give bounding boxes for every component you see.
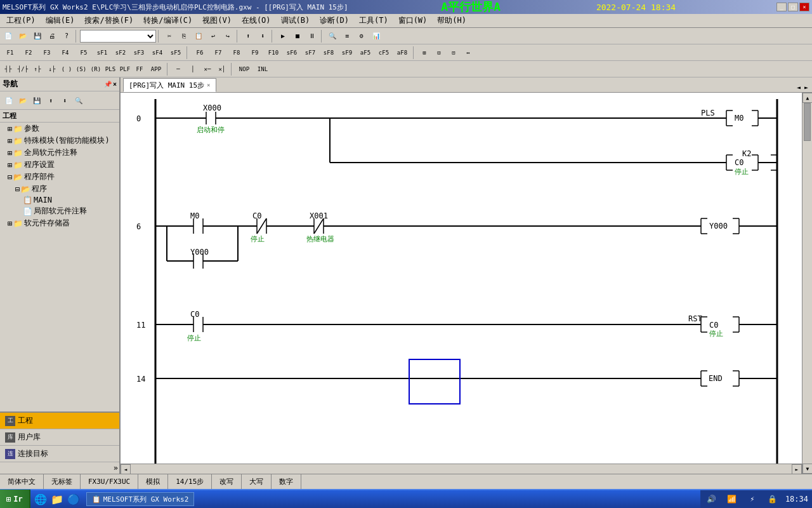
tb-ld-nc[interactable]: ┤/├ <box>16 62 30 76</box>
tree-item-program[interactable]: ⊟ 📂 程序 <box>0 183 119 195</box>
tb-f8[interactable]: F8 <box>228 46 246 60</box>
tb-af2[interactable]: cF5 <box>375 46 393 60</box>
menu-project[interactable]: 工程(P) <box>1 14 41 27</box>
sidebar-tb-open[interactable]: 📂 <box>16 94 29 107</box>
tb-extra3[interactable]: ⊡ <box>447 46 461 60</box>
scroll-left-btn[interactable]: ◄ <box>121 464 131 474</box>
tb-ld-rst[interactable]: (R) <box>89 62 103 76</box>
active-window-btn[interactable]: 📋 MELSOFT系列 GX Works2 <box>86 492 195 506</box>
tb-ld-rise[interactable]: ↑├ <box>30 62 44 76</box>
tb-upload[interactable]: ⬆ <box>241 29 255 43</box>
sidebar-expand-btn[interactable]: » <box>0 462 119 474</box>
tb-sf1[interactable]: sF1 <box>93 46 111 60</box>
sidebar-tb-save[interactable]: 💾 <box>30 94 43 107</box>
tb-new[interactable]: 📄 <box>1 29 15 43</box>
sidebar-close-icon[interactable]: × <box>113 81 117 88</box>
tb-save[interactable]: 💾 <box>30 29 44 43</box>
tb-more2[interactable]: ⚙ <box>355 29 369 43</box>
tb-f6[interactable]: F6 <box>191 46 209 60</box>
tb-f5[interactable]: F5 <box>75 46 93 60</box>
tb-sf3[interactable]: sF3 <box>130 46 148 60</box>
tree-item-special[interactable]: ⊞ 📁 特殊模块(智能功能模块) <box>0 135 119 147</box>
menu-online[interactable]: 在线(O) <box>237 14 276 27</box>
minimize-button[interactable]: _ <box>776 3 787 11</box>
tb-ld-inline[interactable]: INL <box>254 62 272 76</box>
tb-ld-hline[interactable]: ─ <box>171 62 185 76</box>
tab-prev-btn[interactable]: ◄ <box>796 83 802 92</box>
tb-pause[interactable]: ⏸ <box>305 29 319 43</box>
tree-item-main[interactable]: 📋 MAIN <box>0 195 119 205</box>
tb-sf9[interactable]: sF9 <box>338 46 356 60</box>
sidebar-tab-connection[interactable]: 连 连接目标 <box>0 446 119 462</box>
scroll-thumb-v[interactable] <box>804 103 811 141</box>
tb-ld-pls[interactable]: PLS <box>103 62 117 76</box>
tb-f9[interactable]: F9 <box>246 46 264 60</box>
tree-item-local-comments[interactable]: 📄 局部软元件注释 <box>0 205 119 217</box>
tb-more3[interactable]: 📊 <box>369 29 383 43</box>
menu-tools[interactable]: 工具(T) <box>354 14 393 27</box>
tb-sf5[interactable]: sF5 <box>167 46 185 60</box>
tb-ld-coil[interactable]: ( ) <box>60 62 74 76</box>
sidebar-pin-icon[interactable]: 📌 <box>104 81 112 88</box>
sidebar-tab-userlib[interactable]: 库 用户库 <box>0 429 119 446</box>
tb-f7[interactable]: F7 <box>209 46 227 60</box>
tb-paste[interactable]: 📋 <box>192 29 206 43</box>
maximize-button[interactable]: □ <box>788 3 798 11</box>
tb-download[interactable]: ⬇ <box>256 29 270 43</box>
tb-help[interactable]: ? <box>60 29 74 43</box>
tb-extra4[interactable]: ↔ <box>461 46 475 60</box>
sidebar-tb-upload[interactable]: ⬆ <box>44 94 57 107</box>
tray-icon-3[interactable]: ⚡ <box>745 491 760 507</box>
tb-run[interactable]: ▶ <box>276 29 290 43</box>
sidebar-tb-new[interactable]: 📄 <box>3 94 15 107</box>
tray-icon-1[interactable]: 🔊 <box>704 491 719 507</box>
tb-af3[interactable]: aF8 <box>393 46 411 60</box>
taskbar-chrome-icon[interactable]: 🔵 <box>66 491 81 507</box>
tb-ld-fall[interactable]: ↓├ <box>45 62 59 76</box>
tb-af1[interactable]: aF5 <box>357 46 374 60</box>
taskbar-ie-icon[interactable]: 🌐 <box>33 491 48 507</box>
tb-ld-del[interactable]: ✕─ <box>200 62 214 76</box>
tb-ld-vline[interactable]: │ <box>186 62 200 76</box>
scroll-right-btn[interactable]: ► <box>792 464 802 474</box>
scrollbar-vertical[interactable]: ▲ ▼ <box>802 93 812 474</box>
scroll-up-btn[interactable]: ▲ <box>802 93 812 103</box>
sidebar-tb-download[interactable]: ⬇ <box>58 94 71 107</box>
tb-sf2[interactable]: sF2 <box>112 46 129 60</box>
tab-next-btn[interactable]: ► <box>803 83 809 92</box>
menu-search[interactable]: 搜索/替换(F) <box>79 14 138 27</box>
sidebar-tb-search[interactable]: 🔍 <box>72 94 85 107</box>
tb-f3[interactable]: F3 <box>38 46 56 60</box>
menu-view[interactable]: 视图(V) <box>197 14 237 27</box>
tree-item-prog-settings[interactable]: ⊞ 📁 程序设置 <box>0 159 119 171</box>
menu-diagnose[interactable]: 诊断(D) <box>315 14 354 27</box>
tb-f1[interactable]: F1 <box>1 46 19 60</box>
close-button[interactable]: × <box>799 3 809 11</box>
taskbar-folder-icon[interactable]: 📁 <box>49 491 65 507</box>
tb-sf4[interactable]: sF4 <box>148 46 166 60</box>
diagram-area[interactable]: .rung-line { stroke: #000; stroke-width:… <box>121 93 812 474</box>
tb-extra2[interactable]: ⊟ <box>432 46 446 60</box>
tree-item-params[interactable]: ⊞ 📁 参数 <box>0 123 119 135</box>
project-selector[interactable] <box>80 30 156 43</box>
tb-ld-app[interactable]: APP <box>147 62 165 76</box>
tb-ld-no[interactable]: ┤├ <box>1 62 15 76</box>
tray-icon-2[interactable]: 📶 <box>724 491 740 507</box>
menu-debug[interactable]: 调试(B) <box>276 14 315 27</box>
tb-redo[interactable]: ↪ <box>221 29 235 43</box>
tb-f10[interactable]: F10 <box>265 46 282 60</box>
tb-sf6[interactable]: sF6 <box>283 46 301 60</box>
start-button[interactable]: ⊞ Ir <box>0 490 30 508</box>
tb-extra1[interactable]: ⊞ <box>417 46 431 60</box>
tree-item-device-storage[interactable]: ⊞ 📁 软元件存储器 <box>0 217 119 229</box>
tray-icon-4[interactable]: 🔒 <box>765 491 780 507</box>
menu-convert[interactable]: 转换/编译(C) <box>138 14 197 27</box>
scrollbar-horizontal[interactable]: ◄ ► <box>121 464 802 474</box>
tab-prg-main[interactable]: [PRG]写入 MAIN 15步 × <box>123 78 216 92</box>
tb-f2[interactable]: F2 <box>20 46 37 60</box>
tb-copy[interactable]: ⎘ <box>177 29 191 43</box>
tb-ld-ff[interactable]: FF <box>133 62 147 76</box>
tab-close-btn[interactable]: × <box>207 82 210 88</box>
tb-undo[interactable]: ↩ <box>206 29 220 43</box>
tb-cut[interactable]: ✂ <box>162 29 176 43</box>
